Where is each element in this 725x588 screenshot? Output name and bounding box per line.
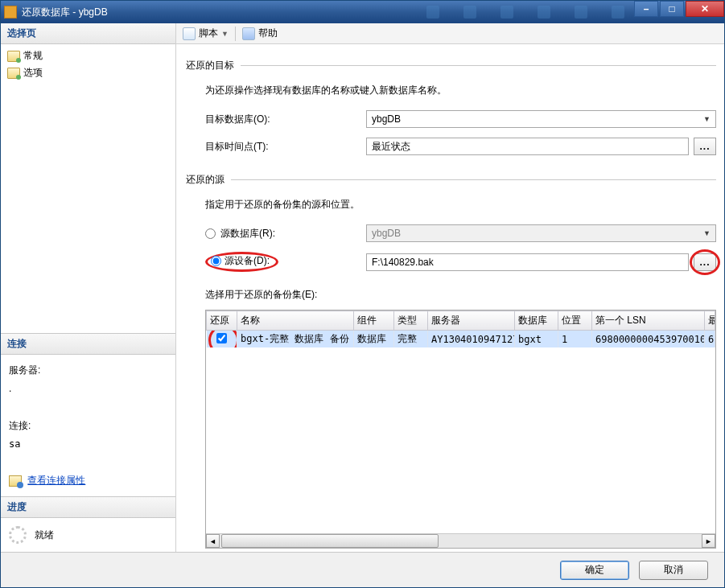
connection-section: 连接 服务器: . 连接: sa 查看连接属性 <box>1 333 175 496</box>
cell-first-lsn: 69800000004539700103 <box>592 331 705 348</box>
toolbar: 脚本 ▼ 帮助 <box>176 23 724 44</box>
client-area: 选择页 常规 选项 连接 服务器: . 连接: sa <box>1 23 724 552</box>
script-dropdown-icon[interactable]: ▼ <box>221 30 229 38</box>
cell-server: AY1304010947127 <box>428 331 515 348</box>
from-device-label: 源设备(D): <box>225 254 270 268</box>
dialog-footer: 确定 取消 <box>1 552 724 587</box>
cell-database: bgxt <box>515 331 558 348</box>
close-button[interactable]: ✕ <box>686 1 724 17</box>
window-title: 还原数据库 - ybgDB <box>22 6 426 19</box>
backup-sets-grid[interactable]: 还原 名称 组件 类型 服务器 数据库 位置 第一个 LSN 最后 <box>205 310 716 549</box>
left-pane: 选择页 常规 选项 连接 服务器: . 连接: sa <box>1 23 176 552</box>
connection-body: 服务器: . 连接: sa 查看连接属性 <box>1 355 175 496</box>
target-time-browse-button[interactable]: ... <box>694 138 716 155</box>
page-icon <box>7 68 20 79</box>
target-database-label: 目标数据库(O): <box>205 113 366 126</box>
target-time-field[interactable]: 最近状态 <box>366 138 689 155</box>
restore-target-desc: 为还原操作选择现有数据库的名称或键入新数据库名称。 <box>205 84 716 97</box>
from-device-row: 源设备(D): F:\140829.bak ... <box>205 252 716 272</box>
restore-db-window: 还原数据库 - ybgDB – □ ✕ 选择页 常规 选项 <box>0 0 725 588</box>
content-area: 还原的目标 为还原操作选择现有数据库的名称或键入新数据库名称。 目标数据库(O)… <box>176 44 724 552</box>
maximize-button[interactable]: □ <box>660 1 684 17</box>
ok-button[interactable]: 确定 <box>560 561 629 580</box>
connection-value: sa <box>9 435 167 454</box>
scroll-left-button[interactable]: ◄ <box>206 534 220 548</box>
app-icon <box>4 6 17 19</box>
restore-source-header: 还原的源 <box>186 173 716 187</box>
annotation-circle <box>216 333 227 346</box>
grid-header-table: 还原 名称 组件 类型 服务器 数据库 位置 第一个 LSN 最后 <box>206 310 715 347</box>
restore-checkbox[interactable] <box>216 333 227 343</box>
target-time-label: 目标时间点(T): <box>205 140 366 154</box>
progress-body: 就绪 <box>1 518 175 552</box>
titlebar-background-icons <box>426 6 624 19</box>
cell-name: bgxt-完整 数据库 备份 <box>237 331 354 348</box>
minimize-button[interactable]: – <box>634 1 658 17</box>
toolbar-separator <box>235 27 236 41</box>
script-button[interactable]: 脚本 <box>199 27 218 40</box>
view-connection-properties[interactable]: 查看连接属性 <box>9 471 167 490</box>
annotation-circle: 源设备(D): <box>205 252 278 272</box>
help-icon <box>242 27 255 40</box>
chevron-down-icon: ▼ <box>703 229 711 237</box>
page-item-label: 常规 <box>23 49 43 63</box>
right-pane: 脚本 ▼ 帮助 还原的目标 为还原操作选择现有数据库的名称或键入新数据库名称。 … <box>176 23 724 552</box>
window-buttons: – □ ✕ <box>634 1 724 17</box>
select-page-header: 选择页 <box>1 23 175 44</box>
connection-header: 连接 <box>1 334 175 355</box>
col-last[interactable]: 最后 <box>705 311 715 331</box>
from-database-combo: ybgDB ▼ <box>366 224 716 242</box>
col-component[interactable]: 组件 <box>354 311 394 331</box>
page-item-options[interactable]: 选项 <box>4 64 172 81</box>
connection-label: 连接: <box>9 417 167 435</box>
scroll-thumb[interactable] <box>221 534 439 548</box>
from-database-label: 源数据库(R): <box>220 227 275 241</box>
page-icon <box>7 51 20 62</box>
from-device-radio[interactable] <box>211 256 221 266</box>
scroll-right-button[interactable]: ► <box>702 534 715 548</box>
grid-header-row: 还原 名称 组件 类型 服务器 数据库 位置 第一个 LSN 最后 <box>207 311 715 331</box>
progress-section: 进度 就绪 <box>1 496 175 552</box>
properties-icon <box>9 475 22 487</box>
col-server[interactable]: 服务器 <box>428 311 515 331</box>
from-device-browse-button[interactable]: ... <box>694 253 716 271</box>
cell-last: 6980 <box>705 331 715 348</box>
scroll-track[interactable] <box>220 534 702 548</box>
table-row[interactable]: bgxt-完整 数据库 备份 数据库 完整 AY1304010947127 bg… <box>207 331 715 348</box>
script-icon <box>183 27 196 40</box>
chevron-down-icon: ▼ <box>703 115 711 123</box>
server-value: . <box>9 380 167 398</box>
titlebar[interactable]: 还原数据库 - ybgDB – □ ✕ <box>1 1 724 23</box>
col-restore[interactable]: 还原 <box>207 311 237 331</box>
server-label: 服务器: <box>9 361 167 380</box>
from-device-field[interactable]: F:\140829.bak <box>366 253 689 271</box>
target-database-combo[interactable]: ybgDB ▼ <box>366 110 716 128</box>
col-first-lsn[interactable]: 第一个 LSN <box>592 311 705 331</box>
view-connection-link[interactable]: 查看连接属性 <box>27 475 85 486</box>
progress-spinner-icon <box>9 526 27 544</box>
progress-header: 进度 <box>1 497 175 518</box>
progress-status: 就绪 <box>35 528 54 542</box>
col-database[interactable]: 数据库 <box>515 311 558 331</box>
col-name[interactable]: 名称 <box>237 311 354 331</box>
restore-target-header: 还原的目标 <box>186 59 716 72</box>
grid-empty-body <box>206 347 715 533</box>
backup-sets-label: 选择用于还原的备份集(E): <box>205 288 716 302</box>
target-time-row: 目标时间点(T): 最近状态 ... <box>205 138 716 155</box>
cell-position: 1 <box>558 331 592 348</box>
col-type[interactable]: 类型 <box>394 311 428 331</box>
from-database-radio[interactable] <box>205 228 216 239</box>
target-database-row: 目标数据库(O): ybgDB ▼ <box>205 110 716 128</box>
cell-component: 数据库 <box>354 331 394 348</box>
page-item-label: 选项 <box>23 66 43 80</box>
page-item-general[interactable]: 常规 <box>4 47 172 64</box>
help-button[interactable]: 帮助 <box>258 27 278 40</box>
page-list: 常规 选项 <box>1 44 175 333</box>
restore-source-desc: 指定用于还原的备份集的源和位置。 <box>205 198 716 212</box>
from-database-row: 源数据库(R): ybgDB ▼ <box>205 224 716 242</box>
cell-type: 完整 <box>394 331 428 348</box>
horizontal-scrollbar[interactable]: ◄ ► <box>206 533 715 548</box>
cancel-button[interactable]: 取消 <box>639 561 708 580</box>
col-position[interactable]: 位置 <box>558 311 592 331</box>
